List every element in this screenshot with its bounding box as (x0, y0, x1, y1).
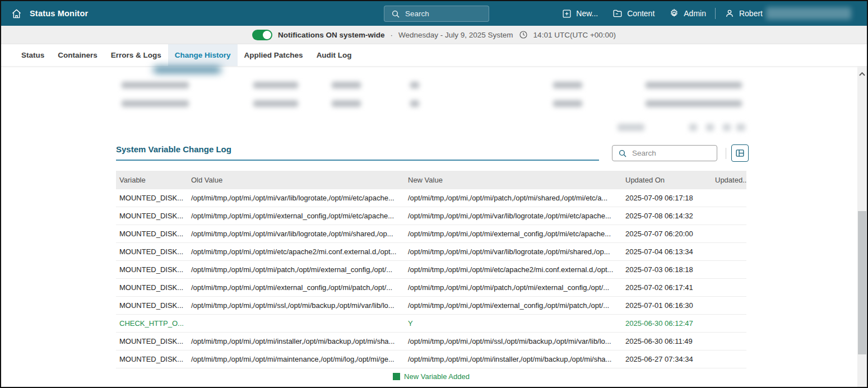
redacted-cell (646, 82, 742, 88)
table-header-row: Variable Old Value New Value Updated On … (116, 171, 746, 189)
change-log-search[interactable] (612, 145, 717, 161)
user-name: Robert (739, 9, 763, 18)
redacted-cell (553, 100, 582, 107)
global-search[interactable]: Search (384, 6, 489, 22)
redacted-pagination (736, 124, 745, 131)
cell-variable: MOUNTED_DISK... (116, 301, 188, 310)
app-header: Status Monitor Search New... (1, 1, 867, 26)
cell-variable: MOUNTED_DISK... (116, 283, 188, 292)
section-title: System Variable Change Log (116, 144, 231, 154)
column-settings-button[interactable] (731, 144, 749, 162)
table-row[interactable]: MOUNTED_DISK... /opt/mi/tmp,/opt/mi,/opt… (116, 189, 746, 207)
cell-variable: MOUNTED_DISK... (116, 337, 188, 345)
toolbar-divider (726, 148, 726, 159)
cell-variable: MOUNTED_DISK... (116, 265, 188, 274)
tab-containers[interactable]: Containers (51, 44, 104, 66)
gear-icon (669, 8, 679, 18)
content-menu-button[interactable]: Content (612, 8, 655, 18)
cell-updated-on: 2025-06-30 06:12:47 (622, 319, 712, 328)
cell-old-value: /opt/mi/tmp,/opt/mi,/opt/mi/installer,/o… (188, 337, 405, 345)
redacted-highlight (154, 67, 221, 73)
cell-new-value: /opt/mi/tmp,/opt/mi,/opt/mi/installer,/o… (405, 355, 622, 363)
redacted-pagination (689, 124, 697, 131)
scrollbar-thumb[interactable] (858, 211, 866, 354)
table-row[interactable]: MOUNTED_DISK... /opt/mi/tmp,/opt/mi,/opt… (116, 261, 746, 279)
cell-updated-on: 2025-07-09 06:17:18 (622, 194, 712, 202)
redacted-cell (646, 100, 742, 107)
tab-change-history[interactable]: Change History (168, 44, 238, 66)
cell-variable: CHECK_HTTP_O... (116, 319, 188, 328)
redacted-cell (253, 82, 298, 88)
change-log-table: Variable Old Value New Value Updated On … (116, 171, 746, 368)
column-header[interactable]: Old Value (188, 176, 405, 184)
cell-new-value: /opt/mi/tmp,/opt/mi,/opt/mi/patch,/opt/m… (405, 194, 622, 202)
table-row[interactable]: MOUNTED_DISK... /opt/mi/tmp,/opt/mi,/opt… (116, 225, 746, 243)
cell-old-value: /opt/mi/tmp,/opt/mi,/opt/mi/var/lib/logr… (188, 194, 405, 202)
notification-bar: Notifications ON system-wide · Wednesday… (1, 26, 867, 44)
chevron-up-icon (859, 72, 865, 76)
cell-updated-on: 2025-07-03 06:18:18 (622, 265, 712, 274)
redacted-cell (332, 82, 361, 88)
column-header[interactable]: Updated... (712, 176, 746, 184)
cell-new-value: /opt/mi/tmp,/opt/mi,/opt/mi/external_con… (405, 301, 622, 310)
notifications-toggle[interactable] (252, 30, 272, 40)
table-row[interactable]: MOUNTED_DISK... /opt/mi/tmp,/opt/mi,/opt… (116, 333, 746, 350)
cell-variable: MOUNTED_DISK... (116, 212, 188, 220)
app-window: Status Monitor Search New... (0, 0, 868, 388)
legend-green-swatch (393, 373, 400, 380)
cell-old-value: /opt/mi/tmp,/opt/mi,/opt/mi/var/lib/logr… (188, 230, 405, 238)
scroll-up-button[interactable] (857, 69, 867, 79)
vertical-scrollbar[interactable] (857, 67, 867, 387)
cell-updated-on: 2025-06-27 07:34:34 (622, 355, 712, 363)
redacted-pagination (723, 124, 731, 131)
tab-audit-log[interactable]: Audit Log (310, 44, 359, 66)
header-divider (715, 8, 716, 19)
cell-updated-on: 2025-07-01 06:16:30 (622, 301, 712, 310)
tab-status[interactable]: Status (15, 44, 51, 66)
cell-updated-on: 2025-07-07 06:20:00 (622, 230, 712, 238)
cell-old-value: /opt/mi/tmp,/opt/mi,/opt/mi/external_con… (188, 212, 405, 220)
tab-bar: StatusContainersErrors & LogsChange Hist… (1, 44, 867, 67)
column-header[interactable]: New Value (405, 176, 622, 184)
user-menu-button[interactable]: Robert (725, 8, 763, 18)
table-row[interactable]: MOUNTED_DISK... /opt/mi/tmp,/opt/mi,/opt… (116, 279, 746, 297)
redacted-cell (332, 100, 361, 107)
notification-date: Wednesday - July 9, 2025 System (398, 31, 513, 39)
cell-variable: MOUNTED_DISK... (116, 247, 188, 256)
cell-new-value: /opt/mi/tmp,/opt/mi,/opt/mi/var/lib/logr… (405, 247, 622, 256)
cell-updated-on: 2025-07-02 06:17:41 (622, 283, 712, 292)
redacted-user-info (766, 7, 851, 20)
redacted-cell (122, 100, 189, 107)
table-row[interactable]: CHECK_HTTP_O... Y 2025-06-30 06:12:47 (116, 315, 746, 333)
cell-old-value: /opt/mi/tmp,/opt/mi,/opt/mi/external_con… (188, 283, 405, 292)
redacted-cell (553, 82, 582, 88)
column-header[interactable]: Variable (116, 176, 188, 184)
cell-new-value: /opt/mi/tmp,/opt/mi,/opt/mi/ssl,/opt/mi/… (405, 337, 622, 345)
notification-separator: · (391, 31, 393, 39)
legend-label: New Variable Added (404, 372, 470, 381)
redacted-pagination (706, 124, 714, 131)
app-title: Status Monitor (30, 9, 88, 18)
table-row[interactable]: MOUNTED_DISK... /opt/mi/tmp,/opt/mi,/opt… (116, 243, 746, 261)
table-legend: New Variable Added (116, 372, 746, 381)
cell-new-value: /opt/mi/tmp,/opt/mi,/opt/mi/external_con… (405, 230, 622, 238)
change-log-search-input[interactable] (632, 149, 705, 157)
home-icon[interactable] (11, 8, 22, 19)
tab-errors-logs[interactable]: Errors & Logs (104, 44, 168, 66)
clock-icon (519, 30, 528, 39)
cell-variable: MOUNTED_DISK... (116, 355, 188, 363)
admin-menu-button[interactable]: Admin (669, 8, 706, 18)
redacted-cell (410, 82, 419, 88)
tab-applied-patches[interactable]: Applied Patches (238, 44, 310, 66)
notification-message: Notifications ON system-wide (278, 31, 385, 39)
cell-variable: MOUNTED_DISK... (116, 194, 188, 202)
column-header[interactable]: Updated On (622, 176, 712, 184)
cell-updated-on: 2025-06-30 06:11:49 (622, 337, 712, 345)
table-row[interactable]: MOUNTED_DISK... /opt/mi/tmp,/opt/mi,/opt… (116, 207, 746, 225)
plus-square-icon (562, 9, 572, 18)
table-row[interactable]: MOUNTED_DISK... /opt/mi/tmp,/opt/mi,/opt… (116, 350, 746, 368)
new-menu-button[interactable]: New... (562, 9, 598, 18)
redacted-cell (253, 100, 298, 107)
cell-updated-on: 2025-07-08 06:14:32 (622, 212, 712, 220)
table-row[interactable]: MOUNTED_DISK... /opt/mi/tmp,/opt/mi,/opt… (116, 297, 746, 315)
